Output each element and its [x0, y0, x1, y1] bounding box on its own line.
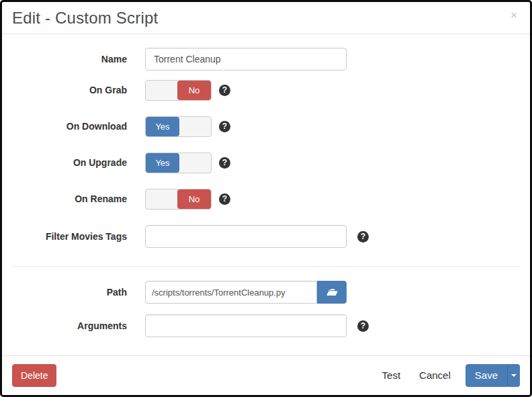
on-upgrade-row: On Upgrade Yes ?	[12, 152, 520, 173]
help-icon[interactable]: ?	[219, 193, 230, 205]
on-grab-row: On Grab No ?	[12, 80, 520, 101]
arguments-input[interactable]	[145, 314, 347, 337]
name-input[interactable]	[145, 48, 347, 71]
on-rename-row: On Rename No ?	[12, 189, 520, 210]
toggle-handle: No	[177, 81, 211, 100]
filter-movies-tags-row: Filter Movies Tags ?	[12, 225, 520, 248]
on-download-toggle[interactable]: Yes	[145, 116, 212, 137]
name-row: Name	[12, 48, 520, 71]
on-rename-label: On Rename	[12, 189, 145, 210]
caret-down-icon	[511, 374, 517, 377]
help-icon[interactable]: ?	[357, 231, 369, 242]
on-grab-toggle[interactable]: No	[145, 80, 212, 101]
modal-header: Edit - Custom Script ×	[2, 2, 530, 34]
on-upgrade-toggle[interactable]: Yes	[145, 152, 212, 173]
toggle-handle: No	[177, 189, 211, 209]
save-split-button: Save	[466, 364, 520, 387]
on-download-row: On Download Yes ?	[12, 116, 520, 137]
on-rename-toggle[interactable]: No	[145, 189, 212, 210]
toggle-handle: Yes	[146, 117, 179, 136]
modal-title: Edit - Custom Script	[12, 8, 158, 28]
arguments-label: Arguments	[12, 314, 145, 337]
test-button[interactable]: Test	[374, 365, 409, 386]
on-grab-label: On Grab	[12, 80, 145, 101]
path-row: Path	[12, 281, 520, 304]
on-download-label: On Download	[12, 116, 145, 137]
save-dropdown-button[interactable]	[507, 364, 520, 387]
delete-button[interactable]: Delete	[12, 364, 56, 387]
folder-open-icon	[326, 288, 338, 298]
cancel-button[interactable]: Cancel	[411, 365, 459, 386]
arguments-row: Arguments ?	[12, 314, 520, 337]
section-divider	[12, 266, 520, 267]
browse-path-button[interactable]	[317, 281, 347, 304]
filter-movies-tags-input[interactable]	[145, 225, 347, 248]
help-icon[interactable]: ?	[357, 320, 369, 332]
modal-body: Name On Grab No ? On Download Yes ? On U…	[2, 34, 530, 355]
edit-custom-script-modal: Edit - Custom Script × Name On Grab No ?…	[0, 0, 532, 397]
modal-footer: Delete Test Cancel Save	[2, 355, 530, 395]
save-button[interactable]: Save	[466, 364, 507, 387]
on-upgrade-label: On Upgrade	[12, 152, 145, 173]
path-input-group	[145, 281, 347, 304]
help-icon[interactable]: ?	[219, 121, 230, 132]
close-icon[interactable]: ×	[508, 8, 520, 22]
toggle-handle: Yes	[146, 153, 179, 173]
help-icon[interactable]: ?	[219, 85, 230, 96]
name-label: Name	[12, 48, 145, 71]
footer-actions: Test Cancel Save	[374, 364, 520, 387]
path-label: Path	[12, 281, 145, 304]
filter-movies-tags-label: Filter Movies Tags	[12, 225, 145, 248]
help-icon[interactable]: ?	[219, 157, 230, 169]
path-input[interactable]	[145, 281, 317, 304]
